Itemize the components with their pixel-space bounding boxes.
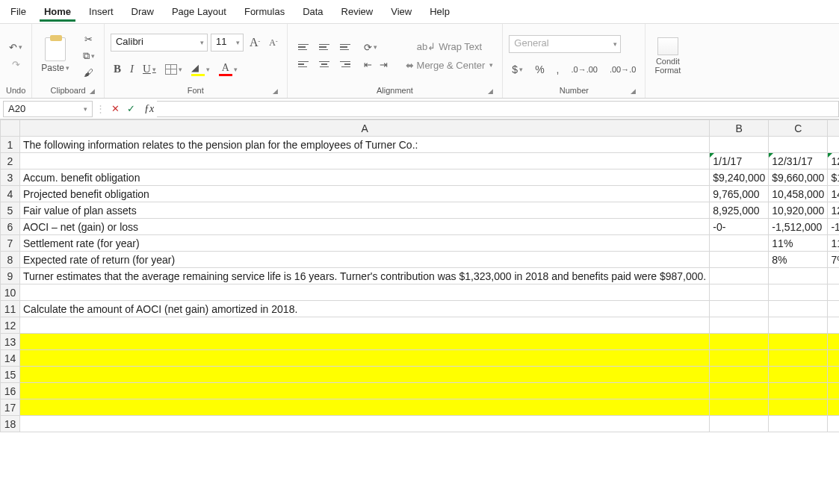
cell-D11[interactable] [828,301,839,317]
cell-B1[interactable] [710,137,769,153]
row-header-1[interactable]: 1 [1,137,20,153]
menu-tab-formulas[interactable]: Formulas [240,1,289,22]
cancel-formula-button[interactable]: ✕ [108,102,123,116]
copy-button[interactable]: ⧉▾ [80,49,98,63]
cell-B5[interactable]: 8,925,000 [710,202,769,219]
cell-D4[interactable]: 14,007,000 [828,186,839,202]
cell-C8[interactable]: 8% [769,252,828,268]
cell-B7[interactable] [710,235,769,252]
cell-C4[interactable]: 10,458,000 [769,186,828,202]
name-box[interactable]: A20▾ [3,101,93,117]
row-header-6[interactable]: 6 [1,219,20,235]
accounting-format-button[interactable]: $▾ [509,62,526,77]
cell-A17[interactable] [20,399,710,416]
conditional-formatting-button[interactable]: Condit Format [651,36,684,76]
row-header-18[interactable]: 18 [1,416,20,432]
cell-A4[interactable]: Projected benefit obligation [20,186,710,202]
percent-format-button[interactable]: % [532,62,547,77]
cut-button[interactable]: ✂ [80,32,98,46]
cell-C1[interactable] [769,137,828,153]
column-header-D[interactable]: D [828,120,839,137]
row-header-15[interactable]: 15 [1,367,20,383]
dialog-launcher-icon[interactable]: ◢ [90,87,95,95]
row-header-11[interactable]: 11 [1,301,20,317]
cell-D9[interactable] [828,268,839,284]
font-size-select[interactable]: 11▾ [211,34,244,52]
spreadsheet[interactable]: ABCDEFGH1The following information relat… [0,119,839,504]
cell-C16[interactable] [769,383,828,399]
cell-D12[interactable] [828,317,839,334]
cell-C13[interactable] [769,334,828,350]
row-header-9[interactable]: 9 [1,268,20,284]
cell-C3[interactable]: $9,660,000 [769,169,828,186]
cell-D2[interactable]: 12/31/18 [828,153,839,169]
row-header-2[interactable]: 2 [1,153,20,169]
number-format-select[interactable]: General▾ [509,35,621,53]
cell-B4[interactable]: 9,765,000 [710,186,769,202]
row-header-12[interactable]: 12 [1,317,20,334]
cell-A16[interactable] [20,383,710,399]
orientation-button[interactable]: ⟳▾ [361,40,380,55]
cell-B17[interactable] [710,399,769,416]
cell-C10[interactable] [769,284,828,301]
column-header-C[interactable]: C [769,120,828,137]
fill-color-button[interactable]: ◢▾ [188,60,213,78]
cell-B15[interactable] [710,367,769,383]
cell-D8[interactable]: 7% [828,252,839,268]
cell-D13[interactable] [828,334,839,350]
cell-C14[interactable] [769,350,828,367]
cell-C18[interactable] [769,416,828,432]
font-name-select[interactable]: Calibri▾ [111,34,208,52]
cell-D3[interactable]: $12,600,000 [828,169,839,186]
cell-A15[interactable] [20,367,710,383]
cell-B10[interactable] [710,284,769,301]
cell-C15[interactable] [769,367,828,383]
dialog-launcher-icon[interactable]: ◢ [488,87,493,95]
cell-D7[interactable]: 11% [828,235,839,252]
formula-input[interactable] [157,101,839,117]
wrap-text-button[interactable]: ab↲Wrap Text [403,40,497,54]
menu-tab-view[interactable]: View [386,1,416,22]
cell-A12[interactable] [20,317,710,334]
row-header-16[interactable]: 16 [1,383,20,399]
decrease-indent-button[interactable]: ⇤ [361,57,375,72]
cell-B14[interactable] [710,350,769,367]
cell-A8[interactable]: Expected rate of return (for year) [20,252,710,268]
row-header-14[interactable]: 14 [1,350,20,367]
cell-C12[interactable] [769,317,828,334]
cell-A1[interactable]: The following information relates to the… [20,137,710,153]
cell-A13[interactable] [20,334,710,350]
row-header-17[interactable]: 17 [1,399,20,416]
cell-A14[interactable] [20,350,710,367]
cell-C7[interactable]: 11% [769,235,828,252]
increase-decimal-button[interactable]: .0→.00 [568,63,600,75]
borders-button[interactable]: ▾ [162,63,185,76]
menu-tab-home[interactable]: Home [40,1,75,22]
decrease-decimal-button[interactable]: .00→.0 [607,63,639,75]
cell-D5[interactable]: 12,054,000 [828,202,839,219]
fx-icon[interactable]: ƒx [144,103,154,115]
menu-tab-draw[interactable]: Draw [127,1,158,22]
cell-A2[interactable] [20,153,710,169]
font-color-button[interactable]: A▾ [216,60,241,78]
align-top-button[interactable] [294,40,313,55]
cell-B13[interactable] [710,334,769,350]
menu-tab-help[interactable]: Help [425,1,454,22]
enter-formula-button[interactable]: ✓ [124,102,138,116]
cell-D6[interactable]: -1,680,000 [828,219,839,235]
row-header-3[interactable]: 3 [1,169,20,186]
cell-B16[interactable] [710,383,769,399]
menu-tab-page-layout[interactable]: Page Layout [167,1,231,22]
cell-A5[interactable]: Fair value of plan assets [20,202,710,219]
dialog-launcher-icon[interactable]: ◢ [631,87,636,95]
cell-A11[interactable]: Calculate the amount of AOCI (net gain) … [20,301,710,317]
align-left-button[interactable] [294,57,313,72]
row-header-4[interactable]: 4 [1,186,20,202]
increase-font-button[interactable]: Aˆ [247,34,263,51]
column-header-B[interactable]: B [710,120,769,137]
increase-indent-button[interactable]: ⇥ [377,57,391,72]
row-header-8[interactable]: 8 [1,252,20,268]
menu-tab-file[interactable]: File [6,1,31,22]
cell-B6[interactable]: -0- [710,219,769,235]
menu-tab-insert[interactable]: Insert [84,1,118,22]
